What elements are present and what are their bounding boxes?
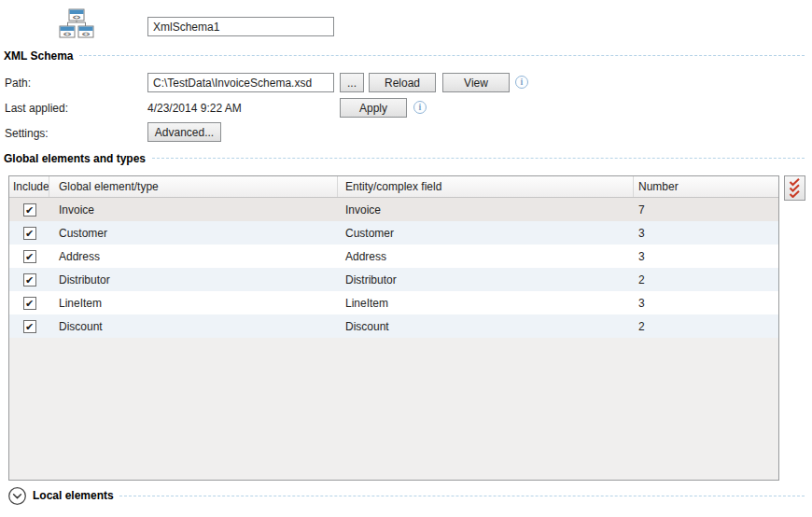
last-applied-value: 4/23/2014 9:22 AM (147, 102, 242, 115)
xml-schema-section-header: XML Schema (4, 49, 805, 63)
column-header-entity-complex-field[interactable]: Entity/complex field (338, 176, 634, 197)
path-label: Path: (5, 77, 31, 90)
table-row[interactable]: ✔CustomerCustomer3 (9, 221, 778, 245)
entity-field-cell: Discount (338, 320, 634, 333)
check-all-button[interactable] (784, 175, 805, 201)
table-row[interactable]: ✔DiscountDiscount2 (9, 314, 778, 338)
number-cell: 3 (634, 227, 778, 240)
number-cell: 3 (634, 297, 778, 310)
element-type-cell: Address (49, 250, 338, 263)
global-elements-section-title: Global elements and types (4, 152, 146, 165)
advanced-settings-button[interactable]: Advanced... (147, 122, 221, 142)
browse-button[interactable]: ... (340, 73, 364, 92)
local-elements-section-header: Local elements (7, 485, 805, 506)
xml-schema-icon: <> <> <> (59, 8, 94, 43)
element-type-cell: LineItem (49, 297, 338, 310)
table-row[interactable]: ✔DistributorDistributor2 (9, 268, 778, 291)
include-checkbox[interactable]: ✔ (23, 320, 36, 333)
local-elements-section-title: Local elements (33, 489, 114, 502)
include-checkbox[interactable]: ✔ (23, 273, 36, 286)
apply-button[interactable]: Apply (340, 98, 407, 118)
table-row[interactable]: ✔LineItemLineItem3 (9, 291, 778, 314)
include-checkbox[interactable]: ✔ (23, 227, 36, 240)
table-row[interactable]: ✔AddressAddress3 (9, 245, 778, 268)
path-info-icon[interactable]: i (515, 76, 528, 89)
entity-field-cell: Address (338, 250, 634, 263)
entity-field-cell: Invoice (338, 203, 634, 217)
include-checkbox[interactable]: ✔ (23, 250, 36, 263)
svg-text:<>: <> (63, 31, 71, 37)
section-divider (119, 496, 805, 496)
local-elements-expander[interactable] (7, 486, 27, 506)
xml-schema-section-title: XML Schema (4, 49, 73, 63)
include-checkbox[interactable]: ✔ (23, 203, 36, 217)
svg-text:<>: <> (82, 31, 90, 37)
number-cell: 2 (634, 273, 778, 286)
column-header-number[interactable]: Number (634, 176, 778, 197)
global-elements-table: Include Global element/type Entity/compl… (8, 175, 779, 481)
reload-button[interactable]: Reload (369, 73, 436, 92)
element-type-cell: Invoice (49, 203, 338, 217)
table-header-row: Include Global element/type Entity/compl… (9, 176, 778, 198)
column-header-include[interactable]: Include (9, 176, 49, 197)
path-input[interactable] (147, 73, 334, 92)
element-type-cell: Distributor (49, 273, 338, 286)
global-elements-section-header: Global elements and types (4, 151, 805, 165)
include-checkbox[interactable]: ✔ (23, 297, 36, 310)
number-cell: 2 (634, 320, 778, 333)
number-cell: 7 (634, 203, 778, 217)
include-cell: ✔ (9, 203, 49, 217)
entity-field-cell: Customer (338, 227, 634, 240)
include-cell: ✔ (9, 297, 49, 310)
element-type-cell: Discount (49, 320, 338, 333)
svg-text:<>: <> (73, 14, 80, 21)
element-type-cell: Customer (49, 227, 338, 240)
section-divider (79, 55, 805, 56)
column-header-global-element-type[interactable]: Global element/type (49, 176, 338, 197)
number-cell: 3 (634, 250, 778, 263)
view-button[interactable]: View (442, 73, 510, 92)
settings-label: Settings: (5, 127, 49, 140)
table-body: ✔InvoiceInvoice7✔CustomerCustomer3✔Addre… (9, 198, 778, 338)
schema-name-input[interactable] (147, 17, 334, 36)
apply-info-icon[interactable]: i (413, 101, 427, 114)
include-cell: ✔ (9, 227, 49, 240)
last-applied-label: Last applied: (5, 102, 68, 115)
entity-field-cell: Distributor (338, 273, 634, 286)
table-row[interactable]: ✔InvoiceInvoice7 (9, 198, 778, 221)
entity-field-cell: LineItem (338, 297, 634, 310)
include-cell: ✔ (9, 250, 49, 263)
include-cell: ✔ (9, 273, 49, 286)
chevron-down-circle-icon (7, 486, 27, 506)
section-divider (152, 158, 805, 159)
triple-red-check-icon (789, 178, 801, 198)
xml-schema-pane: <> <> <> XML Schema Path: ... Reload Vie… (0, 0, 812, 517)
include-cell: ✔ (9, 320, 49, 333)
